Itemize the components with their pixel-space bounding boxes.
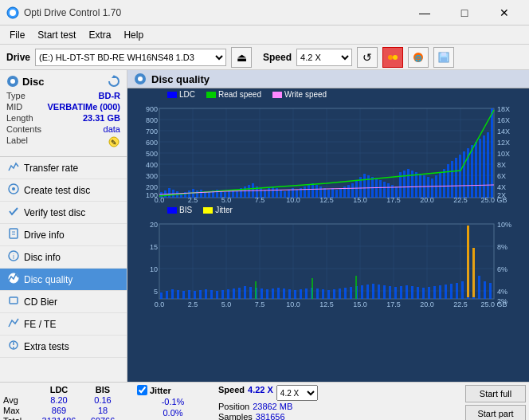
sidebar: Disc Type BD-R MID VERBATIMe (000) Lengt… [0, 70, 127, 382]
menu-start-test[interactable]: Start test [31, 28, 82, 42]
disc-mid-value: VERBATIMe (000) [48, 102, 120, 112]
svg-text:18X: 18X [497, 105, 510, 113]
sidebar-item-drive-info[interactable]: Drive info [0, 224, 127, 246]
svg-rect-251 [450, 284, 453, 299]
svg-rect-236 [366, 285, 369, 299]
sidebar-item-cd-bier[interactable]: CD Bier [0, 291, 127, 313]
svg-text:20: 20 [150, 221, 158, 229]
svg-rect-242 [400, 286, 402, 299]
disc-length-value: 23.31 GB [83, 113, 120, 123]
svg-rect-252 [456, 283, 458, 299]
svg-rect-245 [417, 287, 419, 299]
svg-rect-223 [294, 290, 296, 299]
svg-rect-128 [355, 180, 358, 198]
svg-point-28 [138, 77, 143, 81]
max-position: 23862 MB [253, 402, 292, 411]
svg-text:15.0: 15.0 [353, 300, 367, 308]
fe-te-label: FE / TE [24, 319, 56, 330]
sidebar-item-fe-te[interactable]: FE / TE [0, 313, 127, 336]
svg-rect-256 [478, 276, 480, 299]
svg-rect-214 [244, 286, 246, 299]
jitter-checkbox[interactable] [137, 385, 147, 395]
menu-extra[interactable]: Extra [82, 28, 117, 42]
samples-display-label: Samples [218, 412, 253, 420]
extra-tests-icon [8, 340, 19, 353]
network-button[interactable]: 🌐 [408, 47, 429, 68]
title-bar: Opti Drive Control 1.70 — □ ✕ [0, 0, 529, 26]
speed-filter-select[interactable]: 4.2 X [276, 385, 318, 401]
menu-file[interactable]: File [3, 28, 31, 42]
sidebar-item-create-test-disc[interactable]: Create test disc [0, 179, 127, 202]
svg-rect-113 [296, 190, 298, 198]
svg-rect-217 [261, 289, 263, 299]
svg-rect-150 [443, 169, 445, 198]
svg-rect-211 [227, 289, 229, 299]
speed-header: Speed [218, 385, 245, 401]
sidebar-item-verify-test-disc[interactable]: Verify test disc [0, 202, 127, 224]
eject-button[interactable]: ⏏ [231, 47, 252, 68]
speed-select[interactable]: 4.2 X [296, 49, 352, 66]
drive-select[interactable]: (E:) HL-DT-ST BD-RE WH16NS48 1.D3 [35, 49, 226, 66]
svg-rect-130 [363, 174, 366, 198]
sidebar-item-transfer-rate[interactable]: Transfer rate [0, 157, 127, 179]
svg-rect-109 [280, 190, 282, 198]
disc-title: Disc [22, 76, 44, 88]
avg-label: Avg [3, 395, 35, 405]
svg-rect-215 [249, 287, 252, 299]
svg-rect-144 [419, 174, 421, 198]
svg-rect-120 [323, 188, 326, 198]
svg-rect-199 [160, 292, 163, 299]
content-area: Disc quality LDC Read speed Write speed [127, 70, 529, 382]
sidebar-item-disc-quality[interactable]: Disc quality [0, 269, 127, 291]
read-speed-label: Read speed [218, 90, 261, 99]
svg-point-1 [10, 10, 16, 16]
svg-rect-220 [277, 288, 280, 299]
avg-jitter: -0.1% [162, 397, 185, 406]
disc-quality-header-icon [134, 73, 147, 85]
max-label: Max [3, 406, 35, 415]
svg-point-4 [393, 55, 398, 60]
svg-rect-249 [439, 285, 441, 299]
svg-rect-81 [168, 188, 170, 198]
svg-rect-110 [284, 191, 286, 198]
svg-rect-117 [312, 183, 314, 198]
start-part-button[interactable]: Start part [465, 405, 526, 420]
svg-rect-258 [489, 283, 492, 299]
svg-text:8%: 8% [497, 243, 507, 251]
svg-rect-127 [351, 183, 354, 198]
svg-text:2.5: 2.5 [188, 300, 198, 308]
svg-text:15: 15 [150, 243, 158, 251]
save-button[interactable] [433, 47, 454, 68]
total-ldc: 3131486 [35, 416, 83, 420]
start-full-button[interactable]: Start full [465, 385, 526, 402]
svg-text:22.5: 22.5 [453, 300, 468, 308]
svg-rect-121 [327, 190, 330, 198]
disc-refresh-icon[interactable] [108, 75, 120, 88]
minimize-button[interactable]: — [406, 0, 443, 26]
bis-label: BIS [179, 206, 192, 214]
svg-rect-151 [447, 164, 449, 198]
svg-rect-98 [236, 191, 238, 198]
svg-rect-224 [300, 289, 302, 299]
color-button[interactable] [382, 47, 403, 68]
svg-text:400: 400 [146, 161, 158, 169]
svg-rect-146 [427, 177, 429, 198]
svg-text:20.0: 20.0 [420, 300, 434, 308]
fe-te-icon [8, 317, 19, 331]
maximize-button[interactable]: □ [446, 0, 483, 26]
svg-rect-235 [361, 285, 363, 299]
svg-rect-219 [272, 289, 274, 299]
svg-text:900: 900 [146, 105, 158, 113]
svg-text:🌐: 🌐 [414, 54, 422, 62]
svg-text:17.5: 17.5 [386, 300, 401, 308]
verify-test-disc-label: Verify test disc [24, 207, 85, 218]
sidebar-item-disc-info[interactable]: i Disc info [0, 246, 127, 269]
refresh-button[interactable]: ↺ [357, 47, 378, 68]
total-samples: 381656 [256, 412, 285, 420]
svg-rect-262 [312, 278, 313, 299]
close-button[interactable]: ✕ [486, 0, 523, 26]
menu-help[interactable]: Help [117, 28, 150, 42]
svg-text:200: 200 [146, 183, 158, 191]
sidebar-item-extra-tests[interactable]: Extra tests [0, 336, 127, 358]
disc-label-icon[interactable]: ✎ [108, 135, 120, 150]
